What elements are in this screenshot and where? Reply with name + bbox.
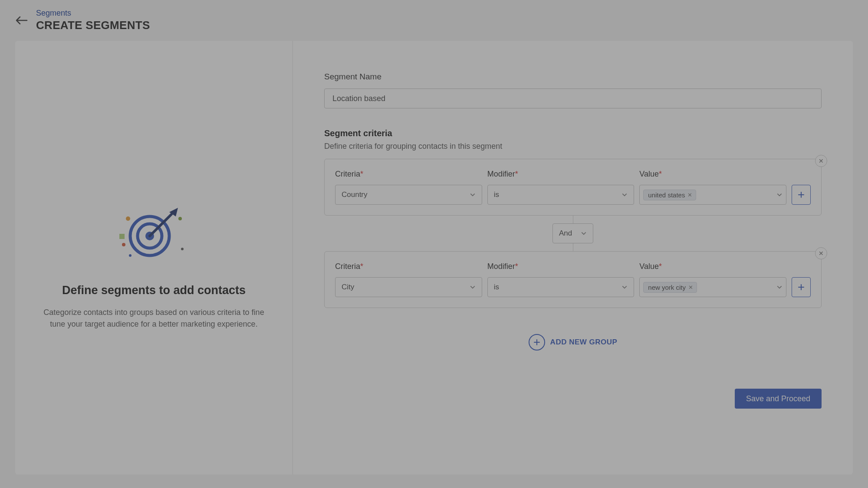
add-criteria-button[interactable] [792,277,811,297]
chevron-down-icon [776,284,783,290]
add-group-label: ADD NEW GROUP [550,338,618,347]
criteria-label: Criteria* [335,170,482,179]
value-label: Value* [639,170,786,179]
add-new-group-button[interactable]: ADD NEW GROUP [529,334,618,350]
connector-select[interactable]: And [552,223,593,243]
breadcrumb-wrap: Segments CREATE SEGMENTS [36,9,150,32]
page-title: CREATE SEGMENTS [36,19,150,32]
connector-line [573,243,573,251]
modifier-field: Modifier* is [487,262,635,297]
criteria-section-description: Define criteria for grouping contacts in… [324,142,822,151]
content-wrapper: Define segments to add contacts Categori… [15,41,853,475]
modifier-label: Modifier* [487,262,635,271]
svg-point-1 [122,243,125,246]
chevron-down-icon [581,230,587,236]
value-field: Value* united states ✕ [639,170,786,205]
modifier-select-value: is [494,190,499,199]
svg-point-3 [178,217,182,220]
value-select[interactable]: united states ✕ [639,185,786,205]
criteria-label: Criteria* [335,262,482,271]
criteria-section-title: Segment criteria [324,128,822,138]
criteria-field: Criteria* City [335,262,482,297]
connector-line [573,216,573,223]
value-select[interactable]: new york city ✕ [639,277,786,297]
criteria-field: Criteria* Country [335,170,482,205]
modifier-field: Modifier* is [487,170,635,205]
svg-rect-2 [119,234,125,239]
value-tag: new york city ✕ [643,282,697,293]
page-header: Segments CREATE SEGMENTS [0,0,868,41]
form-footer: Save and Proceed [324,389,822,409]
chevron-down-icon [470,284,476,290]
criteria-select-value: City [342,283,354,291]
value-label: Value* [639,262,786,271]
target-illustration [115,206,193,262]
remove-group-button[interactable]: ✕ [815,155,827,167]
close-icon: ✕ [819,157,824,164]
right-panel: Segment Name Segment criteria Define cri… [293,41,853,475]
value-field: Value* new york city ✕ [639,262,786,297]
connector-value: And [559,229,572,238]
add-group-wrap: ADD NEW GROUP [324,334,822,350]
chevron-down-icon [776,192,783,198]
add-criteria-button[interactable] [792,185,811,205]
svg-point-5 [129,254,132,257]
modifier-select-value: is [494,283,499,291]
value-tag: united states ✕ [643,190,696,200]
modifier-label: Modifier* [487,170,635,179]
segment-name-label: Segment Name [324,72,822,82]
svg-point-0 [126,216,130,221]
plus-circle-icon [529,334,545,350]
criteria-select-value: Country [342,190,368,199]
svg-point-4 [181,248,184,250]
criteria-select[interactable]: City [335,277,482,297]
remove-group-button[interactable]: ✕ [815,247,827,259]
back-arrow-icon[interactable] [15,14,28,27]
criteria-row: Criteria* City Modifier* is Value* [335,262,811,297]
criteria-row: Criteria* Country Modifier* is Value* [335,170,811,205]
plus-icon [798,284,805,291]
chevron-down-icon [470,192,476,198]
chevron-down-icon [621,192,628,198]
modifier-select[interactable]: is [487,185,635,205]
plus-icon [798,191,805,198]
tag-remove-icon[interactable]: ✕ [687,192,692,198]
chevron-down-icon [621,284,628,290]
tag-remove-icon[interactable]: ✕ [688,284,693,291]
modifier-select[interactable]: is [487,277,635,297]
close-icon: ✕ [819,250,824,257]
save-proceed-button[interactable]: Save and Proceed [735,389,822,409]
left-panel-description: Categorize contacts into groups based on… [37,307,271,330]
criteria-group: ✕ Criteria* Country Modifier* is [324,159,822,216]
criteria-group: ✕ Criteria* City Modifier* is [324,251,822,308]
left-panel: Define segments to add contacts Categori… [15,41,293,475]
connector: And [324,216,822,251]
breadcrumb-parent[interactable]: Segments [36,9,71,17]
segment-name-input[interactable] [324,88,822,108]
criteria-select[interactable]: Country [335,185,482,205]
left-panel-title: Define segments to add contacts [62,284,246,297]
